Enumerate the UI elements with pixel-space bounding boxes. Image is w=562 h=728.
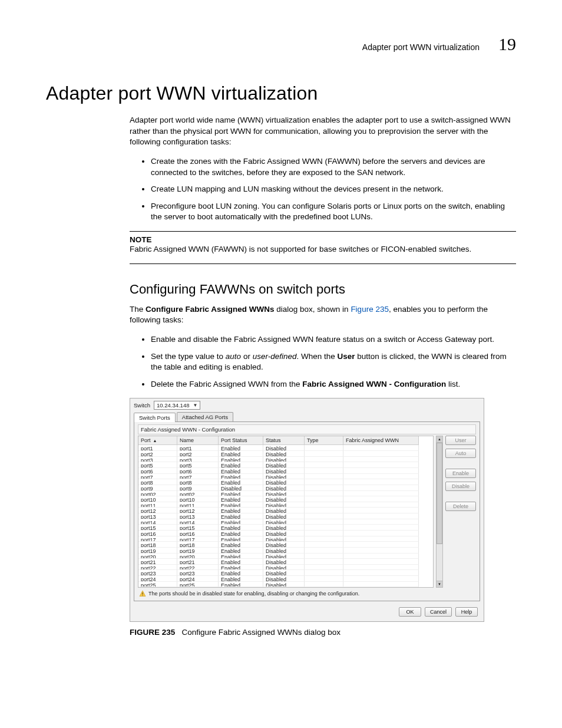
table-cell[interactable]: port25 (138, 582, 177, 588)
table-cell[interactable] (343, 468, 419, 474)
table-cell[interactable] (343, 496, 419, 502)
table-cell[interactable]: port16 (177, 531, 219, 536)
table-cell[interactable] (305, 485, 343, 491)
table-cell[interactable]: Disabled (263, 582, 305, 588)
table-cell[interactable] (343, 542, 419, 548)
vertical-scrollbar[interactable]: ▲ ▼ (436, 436, 443, 588)
table-cell[interactable]: port02 (177, 491, 219, 497)
table-cell[interactable]: port24 (138, 576, 177, 582)
table-cell[interactable]: Disabled (263, 485, 305, 491)
table-cell[interactable]: Enabled (219, 462, 263, 468)
table-cell[interactable]: Disabled (263, 457, 305, 463)
table-cell[interactable]: port22 (138, 565, 177, 571)
table-cell[interactable] (305, 513, 343, 519)
table-cell[interactable]: Disabled (263, 554, 305, 559)
fawwn-table[interactable]: Port▲NamePort StatusStatusTypeFabric Ass… (138, 436, 434, 588)
help-button[interactable]: Help (455, 607, 478, 617)
table-cell[interactable]: port3 (138, 457, 177, 463)
table-cell[interactable]: Enabled (219, 576, 263, 582)
table-cell[interactable] (305, 536, 343, 542)
table-cell[interactable]: Enabled (219, 536, 263, 542)
table-cell[interactable] (305, 548, 343, 554)
table-cell[interactable]: port5 (177, 462, 219, 468)
table-cell[interactable]: port13 (177, 513, 219, 519)
table-cell[interactable]: port23 (177, 570, 219, 576)
table-cell[interactable]: port6 (177, 468, 219, 474)
table-cell[interactable]: port21 (177, 559, 219, 565)
column-header[interactable]: Fabric Assigned WWN (343, 436, 419, 445)
table-cell[interactable] (343, 559, 419, 565)
column-header[interactable]: Status (263, 436, 305, 445)
table-cell[interactable]: port10 (138, 496, 177, 502)
table-cell[interactable]: port16 (138, 531, 177, 536)
table-cell[interactable]: Enabled (219, 548, 263, 554)
table-cell[interactable]: port9 (177, 485, 219, 491)
table-cell[interactable]: Disabled (263, 531, 305, 536)
table-cell[interactable] (343, 565, 419, 571)
table-cell[interactable]: port9 (138, 485, 177, 491)
table-cell[interactable] (305, 479, 343, 485)
column-header[interactable]: Port Status (219, 436, 263, 445)
table-cell[interactable] (343, 508, 419, 513)
table-cell[interactable]: Enabled (219, 513, 263, 519)
column-header[interactable]: Type (305, 436, 343, 445)
table-cell[interactable]: port5 (138, 462, 177, 468)
table-cell[interactable] (305, 451, 343, 457)
table-cell[interactable]: port20 (177, 554, 219, 559)
table-cell[interactable]: port22 (177, 565, 219, 571)
table-cell[interactable]: port14 (138, 519, 177, 525)
table-cell[interactable]: Disabled (263, 445, 305, 451)
table-cell[interactable]: port02 (138, 491, 177, 497)
table-cell[interactable]: Enabled (219, 531, 263, 536)
table-cell[interactable] (305, 542, 343, 548)
table-cell[interactable] (343, 457, 419, 463)
scroll-up-icon[interactable]: ▲ (437, 436, 442, 443)
table-cell[interactable]: Disabled (263, 462, 305, 468)
table-cell[interactable]: Enabled (219, 519, 263, 525)
table-cell[interactable]: port8 (138, 479, 177, 485)
table-cell[interactable] (343, 445, 419, 451)
table-cell[interactable]: port19 (138, 548, 177, 554)
table-cell[interactable]: Disabled (263, 565, 305, 571)
table-cell[interactable]: port24 (177, 576, 219, 582)
table-cell[interactable]: Enabled (219, 559, 263, 565)
table-cell[interactable]: Disabled (263, 559, 305, 565)
table-cell[interactable] (343, 531, 419, 536)
table-cell[interactable] (343, 576, 419, 582)
table-cell[interactable]: port2 (177, 451, 219, 457)
table-cell[interactable] (305, 576, 343, 582)
table-cell[interactable] (305, 554, 343, 559)
table-cell[interactable]: Disabled (263, 496, 305, 502)
table-cell[interactable]: Enabled (219, 474, 263, 480)
table-cell[interactable]: Disabled (263, 519, 305, 525)
table-cell[interactable] (343, 479, 419, 485)
table-cell[interactable]: Enabled (219, 554, 263, 559)
table-cell[interactable]: Enabled (219, 542, 263, 548)
table-cell[interactable]: port6 (138, 468, 177, 474)
table-cell[interactable]: Disabled (263, 570, 305, 576)
table-cell[interactable] (343, 536, 419, 542)
table-cell[interactable]: port12 (138, 508, 177, 513)
table-cell[interactable] (343, 485, 419, 491)
ok-button[interactable]: OK (399, 607, 421, 617)
figure-link[interactable]: Figure 235 (351, 305, 389, 314)
table-cell[interactable]: Enabled (219, 445, 263, 451)
table-cell[interactable] (305, 508, 343, 513)
table-cell[interactable] (305, 570, 343, 576)
auto-button[interactable]: Auto (445, 449, 476, 458)
table-cell[interactable]: port15 (177, 525, 219, 531)
table-cell[interactable]: Disabled (219, 485, 263, 491)
table-cell[interactable]: Disabled (263, 491, 305, 497)
table-cell[interactable] (305, 565, 343, 571)
table-cell[interactable] (343, 462, 419, 468)
table-cell[interactable] (343, 502, 419, 508)
table-cell[interactable]: port11 (177, 502, 219, 508)
table-cell[interactable]: port12 (177, 508, 219, 513)
table-cell[interactable]: Disabled (263, 548, 305, 554)
table-cell[interactable] (343, 513, 419, 519)
table-cell[interactable] (305, 457, 343, 463)
table-cell[interactable] (305, 491, 343, 497)
table-cell[interactable] (305, 496, 343, 502)
table-cell[interactable]: port20 (138, 554, 177, 559)
table-cell[interactable]: port11 (138, 502, 177, 508)
